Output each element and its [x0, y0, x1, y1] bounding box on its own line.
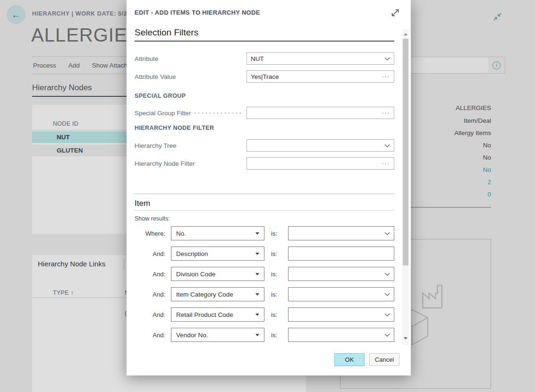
filter-field-select[interactable]: Description	[171, 247, 264, 261]
attribute-value: NUT	[251, 55, 384, 62]
chevron-down-icon	[384, 313, 390, 316]
scroll-up-icon[interactable]	[404, 33, 408, 35]
section-separator	[135, 194, 394, 194]
filter-field-select[interactable]: Retail Product Code	[171, 307, 264, 322]
filter-value-combobox[interactable]	[288, 267, 394, 281]
special-group-caption: SPECIAL GROUP	[135, 93, 186, 99]
filter-prefix-label: Where:	[136, 230, 165, 237]
select-arrow-icon	[255, 232, 259, 235]
show-results-label: Show results:	[135, 215, 170, 222]
filter-field-select[interactable]: No.	[171, 226, 264, 240]
filter-field-name: Description	[176, 250, 255, 257]
hierarchy-node-filter-label: Hierarchy Node Filter	[135, 160, 195, 167]
scrollbar-thumb[interactable]	[403, 39, 408, 265]
ok-button[interactable]: OK	[334, 353, 365, 366]
chevron-down-icon	[384, 333, 390, 337]
edit-dialog: EDIT - ADD ITEMS TO HIERARCHY NODE Selec…	[127, 0, 411, 375]
filter-field-name: No.	[176, 230, 255, 237]
cancel-button[interactable]: Cancel	[369, 353, 399, 366]
chevron-down-icon	[384, 57, 390, 60]
dotted-leader	[193, 112, 243, 114]
item-heading-underline	[135, 210, 394, 211]
attribute-value-field[interactable]: Yes|Trace ···	[246, 70, 394, 83]
filter-is-label: is:	[271, 271, 277, 278]
assist-edit-icon[interactable]: ···	[382, 74, 391, 79]
filter-is-label: is:	[271, 291, 277, 298]
assist-edit-icon[interactable]: ···	[382, 161, 391, 166]
filter-is-label: is:	[271, 332, 277, 339]
filter-field-name: Item Category Code	[176, 291, 255, 298]
filter-value-combobox[interactable]	[288, 226, 394, 240]
chevron-down-icon	[384, 144, 390, 147]
attribute-value-text: Yes|Trace	[251, 73, 382, 80]
select-arrow-icon	[255, 253, 259, 255]
filter-row: And: Vendor No. is:	[127, 328, 411, 342]
chevron-down-icon	[384, 273, 390, 276]
attribute-label: Attribute	[135, 55, 158, 62]
filter-value-input[interactable]	[288, 247, 394, 261]
select-arrow-icon	[255, 273, 259, 275]
filter-row: And: Division Code is:	[127, 267, 411, 281]
filter-is-label: is:	[271, 230, 277, 237]
hierarchy-tree-label: Hierarchy Tree	[135, 142, 177, 149]
special-group-filter-label: Special Group Filter	[135, 110, 191, 117]
filter-field-name: Retail Product Code	[176, 311, 255, 318]
filter-field-select[interactable]: Division Code	[171, 267, 264, 281]
select-arrow-icon	[255, 314, 259, 316]
item-heading: Item	[135, 199, 150, 208]
page: ← HIERARCHY | WORK DATE: 5/21/2021 ALLER…	[0, 0, 535, 392]
filter-prefix-label: And:	[136, 271, 165, 278]
hierarchy-node-filter-field[interactable]: ···	[246, 157, 394, 170]
filter-field-select[interactable]: Item Category Code	[171, 287, 264, 301]
select-arrow-icon	[255, 293, 259, 296]
filter-row: And: Retail Product Code is:	[127, 307, 411, 322]
filter-field-name: Vendor No.	[176, 332, 255, 339]
dialog-caption: EDIT - ADD ITEMS TO HIERARCHY NODE	[135, 9, 260, 16]
select-arrow-icon	[255, 334, 259, 336]
filter-prefix-label: And:	[136, 250, 165, 257]
filter-value-combobox[interactable]	[288, 287, 394, 301]
filter-row: And: Description is:	[127, 247, 411, 261]
scroll-down-icon[interactable]	[404, 337, 408, 340]
filter-field-name: Division Code	[176, 271, 255, 278]
filter-value-combobox[interactable]	[288, 307, 394, 322]
chevron-down-icon	[384, 232, 390, 235]
attribute-dropdown[interactable]: NUT	[246, 52, 394, 65]
filter-is-label: is:	[271, 311, 277, 318]
hierarchy-tree-dropdown[interactable]	[246, 139, 394, 152]
filter-row: And: Item Category Code is:	[127, 287, 411, 301]
filter-field-select[interactable]: Vendor No.	[171, 328, 264, 342]
filter-is-label: is:	[271, 250, 277, 257]
selection-filters-heading: Selection Filters	[135, 27, 198, 38]
chevron-down-icon	[384, 293, 390, 296]
filter-prefix-label: And:	[136, 311, 165, 318]
hierarchy-node-filter-caption: HIERARCHY NODE FILTER	[135, 125, 214, 131]
expand-dialog-icon[interactable]	[389, 7, 401, 19]
filter-prefix-label: And:	[136, 332, 165, 339]
assist-edit-icon[interactable]: ···	[382, 111, 391, 115]
filter-prefix-label: And:	[136, 291, 165, 298]
filter-value-combobox[interactable]	[288, 328, 394, 342]
attribute-value-label: Attribute Value	[135, 73, 176, 80]
special-group-filter-field[interactable]: ···	[246, 107, 394, 119]
filter-row: Where: No. is:	[127, 226, 411, 240]
selection-filters-underline	[135, 41, 394, 42]
dialog-scrollbar[interactable]	[402, 29, 409, 345]
